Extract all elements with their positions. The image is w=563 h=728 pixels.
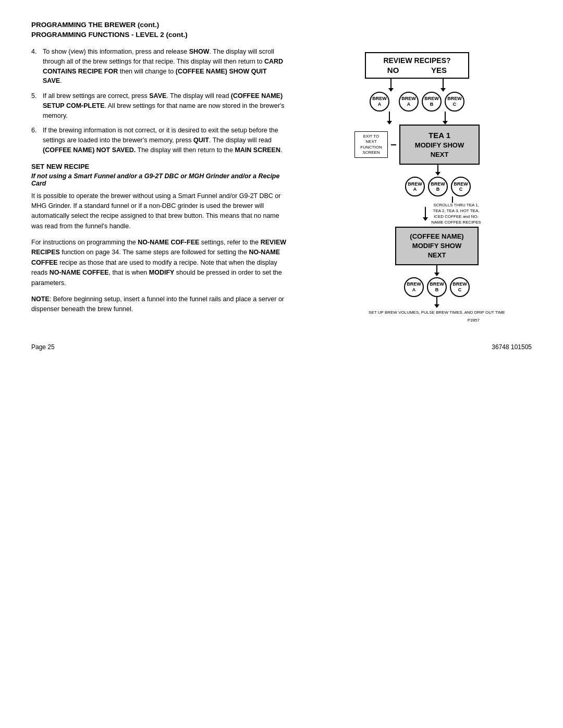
brew-a-2: BREWA: [399, 92, 419, 112]
brew-c-2: BREWC: [451, 177, 471, 196]
list-num-6: 6.: [31, 126, 40, 155]
yes-label: YES: [431, 66, 447, 75]
exit-box: EXIT TO NEXT FUNCTION SCREEN: [354, 131, 388, 158]
list-text-6: If the brewing information is not correc…: [43, 126, 287, 155]
scrolls-note: SCROLLS THRU TEA 1, TEA 2, TEA 3, HOT TE…: [430, 203, 482, 225]
list-item-6: 6. If the brewing information is not cor…: [31, 126, 287, 155]
list-text-5: If all brew settings are correct, press …: [43, 91, 287, 120]
setup-note: SET UP BREW VOLUMES, PULSE BREW TIMES, A…: [369, 310, 505, 315]
brew-c-1: BREWC: [445, 92, 464, 112]
set-new-recipe-para1: It is possible to operate the brewer wit…: [31, 191, 287, 232]
page-footer: Page 25 36748 101505: [31, 343, 532, 351]
brew-b-3: BREWB: [427, 277, 447, 297]
list-item-5: 5. If all brew settings are correct, pre…: [31, 91, 287, 120]
list-item-4: 4. To show (view) this information, pres…: [31, 47, 287, 86]
list-num-5: 5.: [31, 91, 40, 120]
set-new-recipe-subheading: If not using a Smart Funnel and/or a G9-…: [31, 172, 287, 187]
doc-number: 36748 101505: [492, 343, 532, 351]
set-new-recipe-heading: SET NEW RECIPE: [31, 163, 287, 170]
tea-box: TEA 1 MODIFY SHOW NEXT: [399, 125, 480, 165]
coffee-name-box: (COFFEE NAME) MODIFY SHOW NEXT: [395, 227, 479, 266]
brew-a-3: BREWA: [405, 177, 425, 196]
brew-b-1: BREWB: [422, 92, 442, 112]
p-number: P2857: [354, 318, 480, 323]
review-recipes-box: REVIEW RECIPES? NO YES: [365, 52, 469, 79]
brew-a-4: BREWA: [404, 277, 424, 297]
list-text-4: To show (view) this information, press a…: [43, 47, 287, 86]
flowchart: REVIEW RECIPES? NO YES: [302, 47, 532, 323]
review-recipes-label: REVIEW RECIPES?: [366, 53, 468, 65]
brew-a-1: BREWA: [370, 92, 389, 112]
set-new-recipe-para2: For instructions on programming the NO-N…: [31, 238, 287, 288]
no-label: NO: [387, 66, 399, 75]
section-title-1: PROGRAMMING THE BREWER (cont.): [31, 21, 532, 29]
section-title-2: PROGRAMMING FUNCTIONS - LEVEL 2 (cont.): [31, 31, 532, 39]
page-number: Page 25: [31, 343, 55, 351]
numbered-list: 4. To show (view) this information, pres…: [31, 47, 287, 155]
brew-b-2: BREWB: [428, 177, 448, 196]
brew-c-3: BREWC: [450, 277, 470, 297]
list-num-4: 4.: [31, 47, 40, 86]
note-text: NOTE: Before beginning setup, insert a f…: [31, 294, 287, 315]
